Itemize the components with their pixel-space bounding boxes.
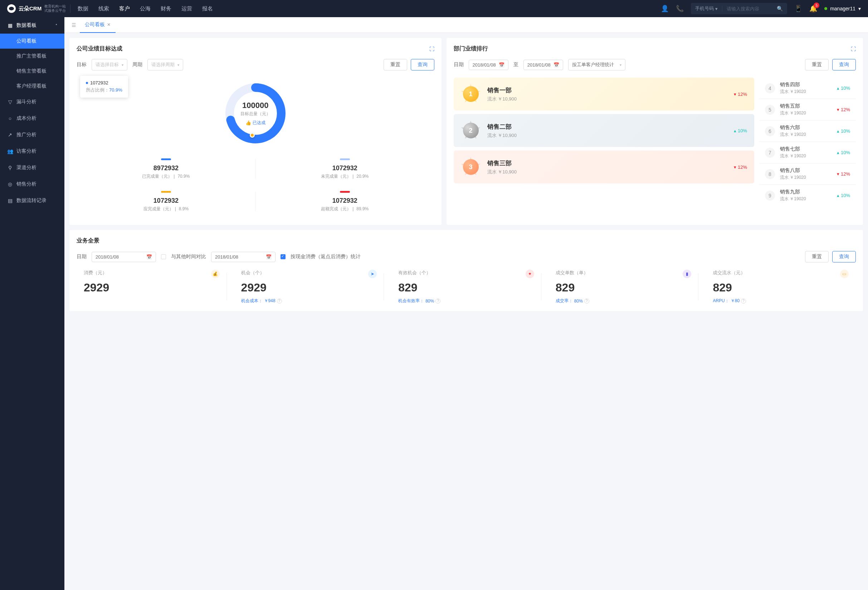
medal-icon: 3 xyxy=(461,157,481,177)
notification-icon[interactable]: 🔔5 xyxy=(809,4,817,13)
metric-icon: 💰 xyxy=(211,269,220,278)
overview-item: 成交单数（单）▮829成交率：80% ? xyxy=(549,269,699,304)
stat-item: 8972932已完成量（元）|70.9% xyxy=(77,153,255,185)
stat-item: 1072932应完成量（元）|8.9% xyxy=(77,185,255,218)
metric-icon: ▮ xyxy=(683,269,691,278)
stat-type-select[interactable]: 按工单客户经理统计▾ xyxy=(568,59,626,71)
query-button[interactable]: 查询 xyxy=(832,59,856,71)
metric-icon: ➤ xyxy=(368,269,377,278)
compare-date-input[interactable]: 2018/01/08📅 xyxy=(211,252,276,262)
sidebar-item[interactable]: ◎销售分析 xyxy=(0,176,64,193)
search-type-select[interactable]: 手机号码▾ xyxy=(691,5,722,12)
donut-tooltip: 1072932 所占比例：70.9% xyxy=(80,76,128,98)
cash-stat-checkbox[interactable] xyxy=(280,254,285,259)
rank-card: 部门业绩排行 ⛶ 日期 2018/01/08📅 至 2018/01/08📅 按工… xyxy=(447,38,863,225)
rank-row: 6销售六部流水 ￥19020▴ 10% xyxy=(759,121,856,142)
sidebar-sub-item[interactable]: 推广主管看板 xyxy=(0,49,64,64)
sidebar-sub-item[interactable]: 客户经理看板 xyxy=(0,79,64,94)
sidebar-sub-item[interactable]: 公司看板 xyxy=(0,34,64,49)
close-icon[interactable]: ✕ xyxy=(107,22,111,27)
date-from-input[interactable]: 2018/01/08📅 xyxy=(469,60,508,70)
tab-company-board[interactable]: 公司看板 ✕ xyxy=(80,17,115,33)
metric-icon: ▭ xyxy=(840,269,849,278)
metric-icon: ✦ xyxy=(526,269,534,278)
dashboard-icon: ▦ xyxy=(7,22,13,28)
nav-item[interactable]: 公海 xyxy=(140,5,151,12)
date-input[interactable]: 2018/01/08📅 xyxy=(92,252,156,262)
reset-button[interactable]: 重置 xyxy=(805,251,829,262)
nav-item[interactable]: 数据 xyxy=(78,5,89,12)
search-button[interactable]: 🔍 xyxy=(772,6,787,12)
overview-item: 有效机会（个）✦829机会有效率：80% ? xyxy=(391,269,541,304)
logo: 云朵CRM 教育机构一站 式服务云平台 xyxy=(7,4,71,13)
reset-button[interactable]: 重置 xyxy=(384,59,407,71)
phone-icon[interactable]: 📞 xyxy=(676,4,684,13)
expand-icon[interactable]: ⛶ xyxy=(430,46,434,52)
donut-marker xyxy=(250,132,255,138)
period-select[interactable]: 请选择周期▾ xyxy=(148,59,183,71)
search-box: 手机号码▾ 🔍 xyxy=(691,3,787,14)
nav-item[interactable]: 线索 xyxy=(98,5,109,12)
sidebar-item[interactable]: ▽漏斗分析 xyxy=(0,94,64,110)
nav-item[interactable]: 运营 xyxy=(182,5,192,12)
target-select[interactable]: 请选择目标▾ xyxy=(92,59,127,71)
status-dot xyxy=(824,7,827,10)
query-button[interactable]: 查询 xyxy=(832,251,856,262)
sidebar-icon: ◎ xyxy=(7,181,13,187)
nav-item[interactable]: 报名 xyxy=(202,5,213,12)
achieved-badge: 👍已达成 xyxy=(245,120,266,126)
rank-card-top: 1销售一部流水 ￥10,900▾ 12% xyxy=(454,78,754,110)
sidebar-icon: ▤ xyxy=(7,198,13,203)
nav-item[interactable]: 客户 xyxy=(119,5,130,12)
mobile-icon[interactable]: 📱 xyxy=(794,4,802,13)
tab-bar: ☰ 公司看板 ✕ xyxy=(64,17,868,33)
overview-item: 机会（个）➤2929机会成本：￥948 ? xyxy=(234,269,384,304)
compare-checkbox[interactable] xyxy=(161,254,166,259)
logo-text: 云朵CRM xyxy=(19,5,41,12)
medal-icon: 2 xyxy=(461,121,481,141)
overview-title: 业务全景 xyxy=(77,237,856,244)
sidebar-item[interactable]: ↗推广分析 xyxy=(0,127,64,143)
user-icon[interactable]: 👤 xyxy=(661,4,669,13)
medal-icon: 1 xyxy=(461,84,481,104)
rank-row: 9销售九部流水 ￥19020▴ 10% xyxy=(759,185,856,206)
reset-button[interactable]: 重置 xyxy=(805,59,829,71)
sidebar-group-dashboard[interactable]: ▦ 数据看板 ˄ xyxy=(0,17,64,34)
chevron-up-icon: ˄ xyxy=(55,24,57,28)
overview-item: 消费（元）💰2929 xyxy=(77,269,227,304)
sidebar: ▦ 数据看板 ˄ 公司看板推广主管看板销售主管看板客户经理看板 ▽漏斗分析○成本… xyxy=(0,17,64,590)
donut-chart: 100000 目标总量（元） 👍已达成 xyxy=(223,81,288,146)
sidebar-icon: ↗ xyxy=(7,132,13,138)
rank-card-top: 3销售三部流水 ￥10,900▾ 12% xyxy=(454,150,754,184)
rank-row: 5销售五部流水 ￥19020▾ 12% xyxy=(759,99,856,121)
top-header: 云朵CRM 教育机构一站 式服务云平台 数据线索客户公海财务运营报名 👤 📞 手… xyxy=(0,0,868,17)
sidebar-icon: 👥 xyxy=(7,149,13,154)
rank-card-title: 部门业绩排行 xyxy=(454,45,488,53)
tab-menu-icon[interactable]: ☰ xyxy=(68,22,80,28)
rank-row: 4销售四部流水 ￥19020▴ 10% xyxy=(759,78,856,99)
main-content: ☰ 公司看板 ✕ 公司业绩目标达成 ⛶ 目标 请选择目标▾ 周期 请选择周期▾ … xyxy=(64,17,868,590)
sidebar-sub-item[interactable]: 销售主管看板 xyxy=(0,64,64,79)
sidebar-item[interactable]: ▤数据流转记录 xyxy=(0,193,64,209)
chevron-down-icon: ▾ xyxy=(858,6,861,12)
overview-card: 业务全景 日期 2018/01/08📅 与其他时间对比 2018/01/08📅 … xyxy=(69,230,863,311)
expand-icon[interactable]: ⛶ xyxy=(851,46,856,52)
user-menu[interactable]: manager11 ▾ xyxy=(824,6,861,12)
goal-card: 公司业绩目标达成 ⛶ 目标 请选择目标▾ 周期 请选择周期▾ 重置 查询 107… xyxy=(69,38,441,225)
date-to-input[interactable]: 2018/01/08📅 xyxy=(523,60,563,70)
sidebar-item[interactable]: ○成本分析 xyxy=(0,110,64,127)
logo-icon xyxy=(7,4,16,13)
stat-item: 1072932超额完成（元）|89.9% xyxy=(255,185,434,218)
sidebar-item[interactable]: 👥访客分析 xyxy=(0,143,64,159)
nav-item[interactable]: 财务 xyxy=(161,5,171,12)
overview-item: 成交流水（元）▭829ARPU：￥80 ? xyxy=(706,269,856,304)
query-button[interactable]: 查询 xyxy=(411,59,434,71)
sidebar-icon: ⚲ xyxy=(7,165,13,171)
goal-card-title: 公司业绩目标达成 xyxy=(77,45,123,53)
sidebar-icon: ○ xyxy=(7,115,13,121)
top-nav: 数据线索客户公海财务运营报名 xyxy=(78,5,661,12)
rank-row: 8销售八部流水 ￥19020▾ 12% xyxy=(759,163,856,185)
search-input[interactable] xyxy=(722,6,772,12)
sidebar-item[interactable]: ⚲渠道分析 xyxy=(0,159,64,176)
stat-item: 1072932未完成量（元）|20.9% xyxy=(255,153,434,185)
